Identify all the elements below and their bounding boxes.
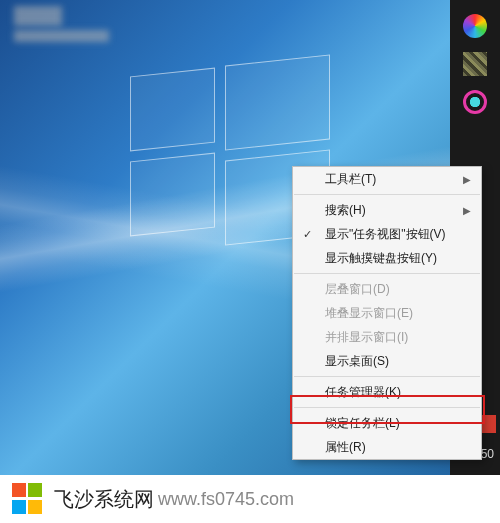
windows-desktop[interactable]: 16:50 工具栏(T) ▶ 搜索(H) ▶ ✓ 显示"任务视图"按钮(V) 显… <box>0 0 500 475</box>
menu-task-manager[interactable]: 任务管理器(K) <box>293 380 481 404</box>
menu-item-label: 工具栏(T) <box>325 171 376 188</box>
checkmark-icon: ✓ <box>303 228 312 241</box>
submenu-arrow-icon: ▶ <box>463 205 471 216</box>
menu-show-task-view[interactable]: ✓ 显示"任务视图"按钮(V) <box>293 222 481 246</box>
blur-region <box>14 30 109 42</box>
watermark-title: 飞沙系统网 <box>54 486 154 513</box>
color-wheel-icon[interactable] <box>463 14 487 38</box>
menu-search[interactable]: 搜索(H) ▶ <box>293 198 481 222</box>
menu-separator <box>294 407 480 408</box>
taskbar-context-menu: 工具栏(T) ▶ 搜索(H) ▶ ✓ 显示"任务视图"按钮(V) 显示触摸键盘按… <box>292 166 482 460</box>
blur-region <box>14 6 62 26</box>
menu-item-label: 显示"任务视图"按钮(V) <box>325 226 446 243</box>
watermark-url: www.fs0745.com <box>158 489 294 510</box>
menu-item-label: 堆叠显示窗口(E) <box>325 305 413 322</box>
ring-icon[interactable] <box>463 90 487 114</box>
menu-item-label: 锁定任务栏(L) <box>325 415 400 432</box>
app-icon[interactable] <box>463 52 487 76</box>
watermark: 飞沙系统网 www.fs0745.com <box>0 475 500 523</box>
menu-show-desktop[interactable]: 显示桌面(S) <box>293 349 481 373</box>
menu-item-label: 任务管理器(K) <box>325 384 401 401</box>
watermark-logo-icon <box>12 483 44 515</box>
menu-separator <box>294 376 480 377</box>
menu-item-label: 并排显示窗口(I) <box>325 329 408 346</box>
menu-separator <box>294 194 480 195</box>
menu-lock-taskbar[interactable]: 锁定任务栏(L) <box>293 411 481 435</box>
menu-item-label: 搜索(H) <box>325 202 366 219</box>
menu-toolbars[interactable]: 工具栏(T) ▶ <box>293 167 481 191</box>
menu-item-label: 显示桌面(S) <box>325 353 389 370</box>
menu-item-label: 层叠窗口(D) <box>325 281 390 298</box>
menu-cascade-windows: 层叠窗口(D) <box>293 277 481 301</box>
submenu-arrow-icon: ▶ <box>463 174 471 185</box>
menu-show-touch-keyboard[interactable]: 显示触摸键盘按钮(Y) <box>293 246 481 270</box>
menu-item-label: 显示触摸键盘按钮(Y) <box>325 250 437 267</box>
menu-item-label: 属性(R) <box>325 439 366 456</box>
menu-properties[interactable]: 属性(R) <box>293 435 481 459</box>
menu-separator <box>294 273 480 274</box>
menu-stacked-windows: 堆叠显示窗口(E) <box>293 301 481 325</box>
menu-side-by-side: 并排显示窗口(I) <box>293 325 481 349</box>
